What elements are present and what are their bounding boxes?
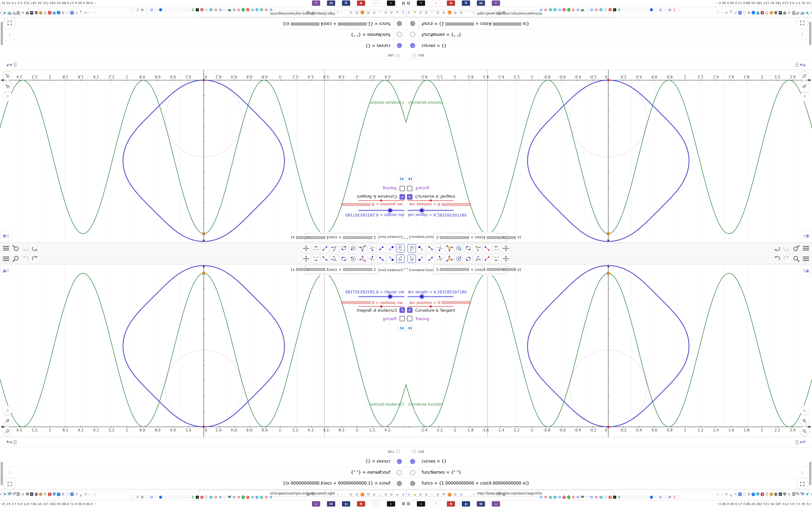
redo-button[interactable] [22,255,29,263]
globe-orange-icon[interactable] [769,492,773,497]
mouse-icon[interactable] [743,10,746,15]
globe-icon[interactable]: ⊕ [436,10,440,15]
favicon-pent[interactable] [177,8,181,12]
taskbar-app-floppy-64[interactable]: 64 [477,501,485,507]
firefox-icon[interactable] [447,10,452,15]
favicon-sphere[interactable] [599,8,603,12]
dot-ring-icon[interactable]: ⊙ [329,493,332,496]
taskbar-app-firefox[interactable]: f [372,0,380,6]
taskbar-app-firefox[interactable]: f [372,501,380,507]
trash-icon[interactable] [765,10,769,15]
favicon-pent[interactable] [172,495,176,499]
chevron-up-icon[interactable]: ∧ [810,492,812,497]
tool-circle-center-point[interactable] [455,244,463,252]
taskbar-app-firefox[interactable]: f [432,501,440,507]
chevron-up-icon[interactable]: ∧ [810,10,812,15]
tool-move-graphics-view[interactable] [502,255,510,263]
ring-icon[interactable]: ○ [333,11,335,14]
gear-icon[interactable]: ⚙ [801,492,805,497]
uo-badge-icon[interactable]: uo [30,10,34,15]
gear-icon[interactable]: ⚙ [354,492,359,497]
dot-ring-icon[interactable]: ⊙ [480,11,483,14]
favicon-pent[interactable] [223,8,227,12]
arrow-right-icon[interactable]: → [720,492,724,497]
favicon-pent[interactable] [677,8,681,12]
favicon-G[interactable]: G [595,8,598,12]
pin-icon[interactable]: Y [406,10,411,15]
tool-move[interactable] [407,244,416,252]
row-menu-kebab-icon[interactable]: ⋮ [800,470,804,475]
visibility-marble-blue[interactable] [397,43,402,48]
globe-icon[interactable]: ⊕ [788,492,791,497]
tool-line-two-points[interactable] [377,244,386,252]
shield-gray-icon[interactable] [783,10,786,15]
download-icon[interactable]: ↓ [79,10,83,15]
globe-icon[interactable]: ⊕ [372,492,376,497]
curvature-tangent-checkbox[interactable]: ✓ [407,307,412,313]
dot-ring-icon[interactable]: ⊙ [329,11,332,14]
gear-icon[interactable]: ⚙ [8,10,11,15]
favicon-G[interactable]: G [237,8,241,12]
favicon-G[interactable]: G [218,495,222,499]
zoom-in-button[interactable] [3,416,12,426]
scrollbar-thumb[interactable] [809,22,811,45]
rec-red-icon[interactable]: ▮ [761,10,764,15]
favicon-pent[interactable] [154,8,158,12]
taskbar-app-firefox[interactable]: f [432,0,440,6]
algebra-row-funcs[interactable]: funcs = {1.00000000000 + cos(4.000000000… [406,478,812,489]
favicon-sphere[interactable] [260,495,263,499]
tool-angle[interactable]: α [330,255,339,263]
home-view-button[interactable]: ⌂ [3,92,12,101]
favicon-pent[interactable] [154,495,158,499]
wrench-icon[interactable]: ⚒ [12,492,16,497]
globe-icon[interactable]: ⊕ [459,10,463,15]
monitor-collapse-icon[interactable]: ˄ [716,503,717,505]
trash-icon[interactable] [44,492,47,497]
favicon-pent[interactable] [131,8,135,12]
taskbar-app-red-gear-app[interactable]: ✸ [357,501,365,507]
trash-icon[interactable] [44,10,47,15]
graphics-view[interactable]: -2.4-2.2-2-1.8-1.6-1.4-1.2-1-0.8-0.6-0.4… [406,264,812,437]
favicon-check[interactable]: ✓ [567,8,570,12]
visibility-marble-gray[interactable] [410,21,415,26]
favicon-sphere[interactable] [255,495,259,499]
favicon-W[interactable]: W [581,8,585,12]
plus-icon[interactable]: + [57,10,60,15]
ring-icon[interactable]: ○ [477,493,478,496]
favicon-G[interactable]: G [540,495,543,499]
favicon-pent[interactable] [622,495,626,499]
pen-icon[interactable]: ✎ [75,10,78,15]
favicon-pent[interactable] [663,495,667,499]
collapse-triangle-icon[interactable]: ▲ [406,237,408,240]
tool-polygon[interactable] [445,255,454,263]
favicon-gear[interactable]: ⚙ [140,8,144,12]
ring-icon[interactable]: ○ [469,493,471,496]
tool-move-graphics-view[interactable] [302,255,310,263]
shield-a-icon[interactable]: A [70,492,74,497]
favicon-pent[interactable] [627,495,630,499]
favicon-pent[interactable] [182,8,185,12]
favicon-ya[interactable]: Я [200,495,204,499]
favicon-G[interactable]: G [150,495,153,499]
favicon-pent[interactable] [131,495,135,499]
favicon-G[interactable]: G [617,495,621,499]
favicon-G[interactable]: G [232,8,236,12]
pen-icon[interactable]: ✎ [734,492,737,497]
tracing-checkbox[interactable] [400,316,405,321]
headphones-icon[interactable]: ∩ [377,492,382,497]
tool-move[interactable] [396,244,405,252]
search-icon[interactable] [12,255,19,263]
taskbar-app-floppy-64[interactable]: 64 [327,501,335,507]
taskbar-app-cat-app[interactable]: ω [492,0,500,6]
favicon-G[interactable]: G [264,495,268,499]
row-menu-kebab-icon[interactable]: ⋮ [8,470,12,475]
menu-icon[interactable] [2,255,10,263]
favicon-photo[interactable]: ▲ [196,8,199,12]
favicon-G[interactable]: G [576,495,580,499]
collapse-list-button[interactable]: − [412,450,416,453]
taskbar-app-terminal[interactable]: ■ [417,501,425,507]
stylebar-toggle-button[interactable] [0,266,12,276]
zoom-out-button[interactable] [3,71,12,80]
favicon-G[interactable]: G [251,8,254,12]
curvature-tangent-checkbox[interactable]: ✓ [400,194,405,200]
